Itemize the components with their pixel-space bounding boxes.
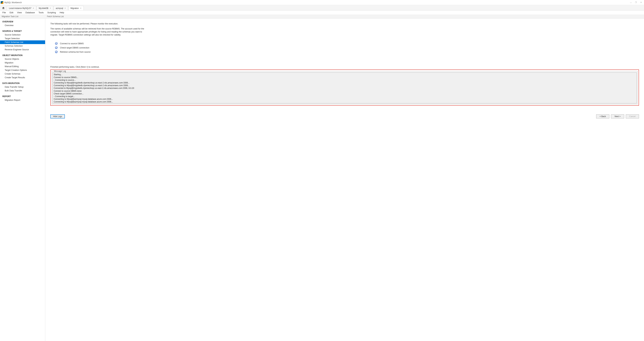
sidebar-item-fetch-schemas-list[interactable]: Fetch Schemas List	[0, 40, 45, 44]
tab-label: Migration	[70, 7, 79, 9]
sidebar-item-migration[interactable]: Migration	[0, 61, 45, 65]
sidebar-item-reverse-engineer-source[interactable]: Reverse Engineer Source	[0, 48, 45, 51]
app-title: MySQL Workbench	[4, 1, 630, 4]
menu-file[interactable]: File	[1, 10, 8, 14]
close-icon[interactable]: ✕	[640, 1, 642, 3]
button-row: Hide Logs < Back Next > Cancel	[50, 114, 639, 118]
tab-close-icon[interactable]: ×	[33, 7, 34, 9]
menu-help[interactable]: Help	[58, 10, 66, 14]
intro-text: The following tasks will now be performe…	[50, 22, 639, 25]
tab-local-instance-mysql57[interactable]: Local instance MySQL57×	[7, 6, 36, 10]
hide-logs-button[interactable]: Hide Logs	[50, 114, 65, 118]
right-panel-title: Fetch Schema List	[45, 15, 644, 18]
task-label: Retrieve schema list from source	[60, 51, 90, 53]
sidebar-item-schemas-selection[interactable]: Schemas Selection	[0, 44, 45, 48]
next-button[interactable]: Next >	[611, 114, 624, 118]
task-label: Check target DBMS connection	[60, 47, 89, 49]
sidebar-item-source-objects[interactable]: Source Objects	[0, 57, 45, 61]
window-controls: — ❐ ✕	[630, 1, 643, 3]
sidebar-header-data-migration: DATA MIGRATION	[0, 81, 45, 85]
left-panel-title: Migration Task List	[0, 15, 45, 18]
sidebar-item-data-transfer-setup[interactable]: Data Transfer Setup	[0, 85, 45, 89]
panel-headers: Migration Task List Fetch Schema List	[0, 15, 644, 18]
menu-database[interactable]: Database	[24, 10, 36, 14]
tab-label: MyJolieDB	[39, 7, 48, 9]
task-list: Connect to source DBMSCheck target DBMS …	[55, 41, 639, 54]
sidebar-header-object-migration: OBJECT MIGRATION	[0, 53, 45, 57]
sidebar-spacer	[0, 79, 45, 81]
home-icon[interactable]	[1, 6, 6, 10]
sidebar: OVERVIEWOverviewSOURCE & TARGETSource Se…	[0, 18, 45, 341]
message-log-group: Message Log Starting... Connect to sourc…	[52, 71, 638, 104]
task-row: Retrieve schema list from source	[55, 50, 639, 54]
message-log-highlight: Message Log Starting... Connect to sourc…	[50, 69, 639, 106]
menu-view[interactable]: View	[15, 10, 24, 14]
check-complete-icon	[55, 46, 58, 49]
message-log-textarea[interactable]: Starting... Connect to source DBMS... - …	[52, 72, 637, 103]
sidebar-item-migration-report[interactable]: Migration Report	[0, 98, 45, 102]
app-logo-icon	[1, 1, 3, 4]
menu-tools[interactable]: Tools	[37, 10, 45, 14]
check-complete-icon	[55, 51, 58, 53]
maximize-icon[interactable]: ❐	[635, 1, 637, 3]
content-pane: The following tasks will now be performe…	[45, 18, 644, 341]
cancel-button: Cancel	[626, 114, 639, 118]
titlebar: MySQL Workbench — ❐ ✕	[0, 0, 644, 5]
finished-text: Finished performing tasks. Click [Next >…	[50, 66, 639, 68]
tab-close-icon[interactable]: ×	[64, 7, 66, 9]
task-row: Connect to source DBMS	[55, 41, 639, 45]
tab-label: Local instance MySQL57	[9, 7, 31, 9]
sidebar-header-report: REPORT	[0, 94, 45, 98]
tab-label: azmysql	[56, 7, 63, 9]
main-area: OVERVIEWOverviewSOURCE & TARGETSource Se…	[0, 18, 644, 341]
tab-myjoliedb[interactable]: MyJolieDB×	[36, 6, 53, 10]
task-label: Connect to source DBMS	[60, 42, 84, 45]
description-text: The names of available schemas will be r…	[50, 27, 145, 36]
sidebar-spacer	[0, 51, 45, 53]
sidebar-item-target-selection[interactable]: Target Selection	[0, 37, 45, 40]
tab-azmysql[interactable]: azmysql×	[54, 6, 68, 10]
menu-edit[interactable]: Edit	[8, 10, 15, 14]
message-log-label: Message Log	[53, 70, 67, 72]
menu-bar: FileEditViewDatabaseToolsScriptingHelp	[0, 10, 644, 15]
sidebar-item-create-target-results[interactable]: Create Target Results	[0, 76, 45, 79]
sidebar-header-overview: OVERVIEW	[0, 19, 45, 23]
sidebar-spacer	[0, 27, 45, 29]
sidebar-header-source-target: SOURCE & TARGET	[0, 29, 45, 33]
sidebar-item-overview[interactable]: Overview	[0, 23, 45, 27]
menu-scripting[interactable]: Scripting	[46, 10, 58, 14]
tab-migration[interactable]: Migration×	[68, 6, 84, 10]
sidebar-spacer	[0, 92, 45, 94]
sidebar-item-bulk-data-transfer[interactable]: Bulk Data Transfer	[0, 89, 45, 92]
sidebar-item-create-schemas[interactable]: Create Schemas	[0, 72, 45, 76]
task-row: Check target DBMS connection	[55, 45, 639, 50]
tab-close-icon[interactable]: ×	[50, 7, 51, 9]
sidebar-item-manual-editing[interactable]: Manual Editing	[0, 65, 45, 68]
back-button[interactable]: < Back	[596, 114, 609, 118]
check-complete-icon	[55, 42, 58, 45]
tab-close-icon[interactable]: ×	[80, 7, 82, 9]
sidebar-item-source-selection[interactable]: Source Selection	[0, 33, 45, 37]
sidebar-item-target-creation-options[interactable]: Target Creation Options	[0, 68, 45, 72]
minimize-icon[interactable]: —	[630, 1, 632, 3]
tab-bar: Local instance MySQL57×MyJolieDB×azmysql…	[0, 5, 644, 10]
